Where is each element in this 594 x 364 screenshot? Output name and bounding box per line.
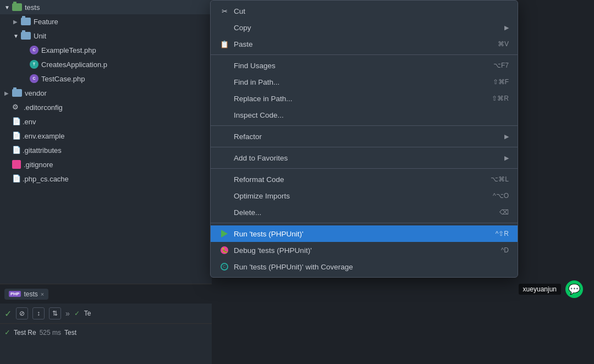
menu-item-cut[interactable]: ✂ Cut xyxy=(211,3,518,19)
tree-item-testcase[interactable]: ▶ C TestCase.php xyxy=(0,71,212,86)
tree-item-env[interactable]: ▶ 📄 .env xyxy=(0,114,212,129)
run-bar: PHP tests × xyxy=(0,284,212,304)
menu-separator xyxy=(211,147,518,147)
wechat-watermark: xueyuanjun 💬 xyxy=(519,280,583,298)
menu-item-copy[interactable]: Copy ▶ xyxy=(211,19,518,36)
test-toolbar: ✓ ⊘ ↕ ⇅ » ✓ Te xyxy=(0,304,212,323)
tree-item-label: .env.example xyxy=(23,132,64,140)
test-result-label: Te xyxy=(84,310,91,317)
tree-item-phpcs[interactable]: ▶ 📄 .php_cs.cache xyxy=(0,172,212,186)
tree-item-vendor[interactable]: ▶ vendor xyxy=(0,86,212,100)
shortcut-label: ^⇧R xyxy=(496,230,509,238)
arrow-icon: ▼ xyxy=(13,33,21,39)
menu-separator xyxy=(211,168,518,169)
submenu-arrow-icon: ▶ xyxy=(504,155,509,162)
spacer-icon xyxy=(219,153,229,163)
shortcut-label: ^⌥O xyxy=(493,192,509,200)
tree-item-label: CreatesApplication.p xyxy=(41,60,107,69)
doc-icon: 📄 xyxy=(12,174,20,183)
folder-icon xyxy=(21,32,31,40)
menu-item-run-coverage[interactable]: C Run 'tests (PHPUnit)' with Coverage xyxy=(211,258,518,275)
menu-item-label: Add to Favorites xyxy=(234,154,288,162)
shortcut-label: ⌥F7 xyxy=(493,62,509,69)
tree-item-gitignore[interactable]: ▶ .gitignore xyxy=(0,157,212,172)
menu-item-refactor[interactable]: Refactor ▶ xyxy=(211,128,518,145)
menu-item-run-tests[interactable]: Run 'tests (PHPUnit)' ^⇧R xyxy=(211,225,518,242)
tree-item-exampletest[interactable]: ▶ C ExampleTest.php xyxy=(0,43,212,57)
run-tab[interactable]: PHP tests × xyxy=(4,289,48,300)
menu-separator xyxy=(211,54,518,55)
gear-icon: ⚙ xyxy=(12,103,21,112)
doc-icon: 📄 xyxy=(12,146,20,155)
menu-item-label: Run 'tests (PHPUnit)' xyxy=(234,230,304,238)
menu-item-label: Find Usages xyxy=(234,62,276,70)
tree-item-label: tests xyxy=(25,3,40,12)
php-badge: PHP xyxy=(9,291,21,297)
tree-item-label: .editorconfig xyxy=(24,103,63,112)
test-result-row: ✓ Test Re 525 ms Test xyxy=(0,323,212,364)
folder-icon xyxy=(21,18,31,25)
folder-icon xyxy=(12,89,22,97)
tree-item-gitattributes[interactable]: ▶ 📄 .gitattributes xyxy=(0,143,212,157)
tree-item-editorconfig[interactable]: ▶ ⚙ .editorconfig xyxy=(0,100,212,114)
menu-item-label: Optimize Imports xyxy=(234,192,290,200)
menu-item-label: Delete... xyxy=(234,208,261,217)
submenu-arrow-icon: ▶ xyxy=(504,133,509,140)
tree-item-createsapp[interactable]: ▶ T CreatesApplication.p xyxy=(0,57,212,71)
spacer-icon xyxy=(219,131,229,141)
doc-icon: 📄 xyxy=(12,131,20,140)
test-result-item: ✓ Test Re 525 ms Test xyxy=(4,327,207,338)
menu-item-optimize[interactable]: Optimize Imports ^⌥O xyxy=(211,187,518,204)
test-time: 525 ms xyxy=(40,329,61,337)
tree-item-tests[interactable]: ▼ tests xyxy=(0,0,212,14)
debug-icon: 🐛 xyxy=(219,245,229,255)
arrow-icon: ▶ xyxy=(13,19,21,25)
tree-item-envexample[interactable]: ▶ 📄 .env.example xyxy=(0,129,212,143)
menu-item-label: Inspect Code... xyxy=(234,111,284,119)
menu-item-label: Paste xyxy=(234,40,253,48)
filter-button[interactable]: ⇅ xyxy=(49,307,61,319)
check-icon: ✓ xyxy=(4,308,12,319)
close-button[interactable]: × xyxy=(41,291,44,297)
menu-item-inspect[interactable]: Inspect Code... xyxy=(211,107,518,123)
menu-item-paste[interactable]: 📋 Paste ⌘V xyxy=(211,36,518,52)
menu-item-reformat[interactable]: Reformat Code ⌥⌘L xyxy=(211,171,518,187)
stop-button[interactable]: ⊘ xyxy=(16,307,28,319)
menu-separator xyxy=(211,223,518,223)
spacer-icon xyxy=(219,77,229,87)
tree-item-feature[interactable]: ▶ Feature xyxy=(0,14,212,29)
test-label: Test Re xyxy=(14,329,36,337)
menu-item-label: Run 'tests (PHPUnit)' with Coverage xyxy=(234,263,353,271)
shortcut-label: ^D xyxy=(501,246,509,254)
menu-item-replace-path[interactable]: Replace in Path... ⇧⌘R xyxy=(211,90,518,107)
wechat-label: xueyuanjun xyxy=(519,284,561,295)
submenu-arrow-icon: ▶ xyxy=(504,24,509,31)
sort-button[interactable]: ↕ xyxy=(32,307,45,319)
spacer-icon xyxy=(219,93,229,103)
run-tab-label: tests xyxy=(24,290,37,298)
spacer-icon xyxy=(219,174,229,184)
menu-item-label: Copy xyxy=(234,24,251,32)
tree-item-label: vendor xyxy=(25,89,47,97)
menu-item-delete[interactable]: Delete... ⌫ xyxy=(211,204,518,220)
tree-item-label: Feature xyxy=(34,18,58,26)
menu-item-label: Find in Path... xyxy=(234,78,279,86)
menu-item-debug-tests[interactable]: 🐛 Debug 'tests (PHPUnit)' ^D xyxy=(211,242,518,258)
shortcut-label: ⌥⌘L xyxy=(491,175,509,183)
menu-item-add-favorites[interactable]: Add to Favorites ▶ xyxy=(211,150,518,166)
tree-item-label: .gitignore xyxy=(24,161,53,169)
coverage-icon: C xyxy=(219,262,229,272)
menu-separator xyxy=(211,125,518,126)
menu-item-label: Refactor xyxy=(234,133,262,141)
tree-item-unit[interactable]: ▼ Unit xyxy=(0,29,212,43)
test-file-icon: T xyxy=(30,60,38,69)
spacer-icon xyxy=(219,60,229,70)
context-menu: ✂ Cut Copy ▶ 📋 Paste ⌘V Find Usages ⌥F7 … xyxy=(210,0,518,278)
shortcut-label: ⇧⌘F xyxy=(493,78,509,86)
menu-item-find-usages[interactable]: Find Usages ⌥F7 xyxy=(211,57,518,74)
play-icon xyxy=(221,230,228,238)
shortcut-label: ⌫ xyxy=(499,208,509,216)
menu-item-find-path[interactable]: Find in Path... ⇧⌘F xyxy=(211,74,518,90)
run-icon xyxy=(219,229,229,239)
more-button[interactable]: » xyxy=(65,309,70,318)
